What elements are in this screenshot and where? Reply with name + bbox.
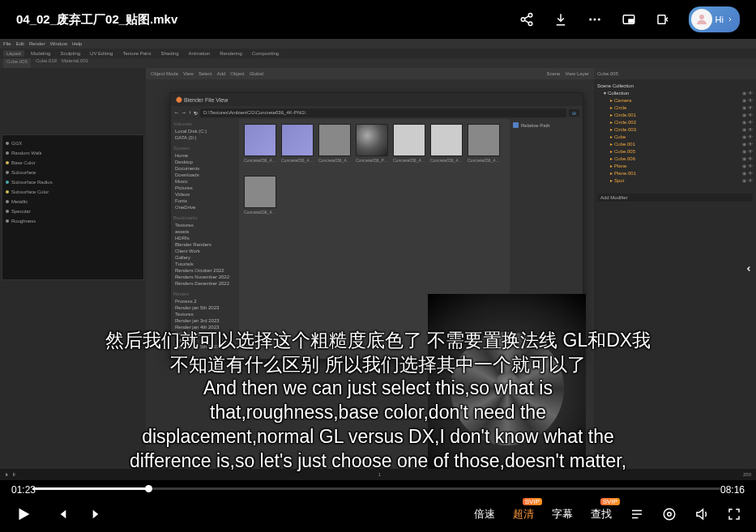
- pip-icon[interactable]: [621, 11, 637, 28]
- playlist-icon[interactable]: [630, 507, 644, 521]
- volume-icon[interactable]: [694, 507, 709, 521]
- svg-point-0: [528, 14, 532, 18]
- total-time: 08:16: [720, 484, 745, 496]
- user-avatar-badge[interactable]: Hi: [689, 6, 740, 32]
- svg-rect-7: [629, 19, 633, 23]
- chevron-right-icon: [727, 16, 733, 23]
- thumb-item: Concrete036_4K_...: [281, 124, 314, 163]
- play-button[interactable]: [15, 505, 32, 523]
- subtitles: 然后我们就可以选择这个粗糙度底色了 不需要置换法线 GL和DX我 不知道有什么区…: [0, 329, 756, 474]
- speed-button[interactable]: 倍速: [474, 507, 495, 521]
- subtitle-button[interactable]: 字幕: [552, 507, 573, 521]
- thumb-item: Concrete036_4K_D...: [244, 176, 276, 215]
- thumb-item: Concrete036_4K_N...: [244, 124, 276, 163]
- blender-workspace-tabs: LayoutModelingSculptingUV EditingTexture…: [0, 49, 756, 58]
- download-icon[interactable]: [553, 11, 569, 28]
- progress-bar[interactable]: [32, 487, 720, 490]
- fb-toolbar: ←→↑↻ D:\Textures\AmbientCG\Concrete036_4…: [171, 106, 583, 119]
- fb-title: ⬤ Blender File View: [171, 93, 583, 106]
- chevron-left-icon: [745, 265, 753, 273]
- prev-button[interactable]: [55, 508, 68, 521]
- shader-node: GGX Random Walk Base Color Subsurface Su…: [2, 134, 144, 280]
- thumb-item: Concrete036_4K_...: [318, 124, 351, 163]
- side-panel-toggle[interactable]: [741, 251, 756, 287]
- fullscreen-icon[interactable]: [727, 507, 741, 521]
- fb-sidebar: Volumes Local Disk (C:) DATA (D:) System…: [171, 119, 239, 359]
- thumb-item: Concrete036_PREV...: [356, 124, 388, 163]
- svg-point-1: [521, 18, 525, 22]
- svg-point-11: [664, 509, 675, 520]
- next-button[interactable]: [91, 508, 104, 521]
- quality-button[interactable]: 超清SVIP: [513, 507, 534, 521]
- viewport-header: Object ModeViewSelectAddObjectGlobal Sce…: [146, 68, 594, 79]
- video-content[interactable]: FileEditRenderWindowHelp LayoutModelingS…: [0, 39, 756, 480]
- blender-menubar: FileEditRenderWindowHelp: [0, 39, 756, 49]
- svg-rect-8: [658, 15, 665, 24]
- avatar-icon: [691, 9, 712, 30]
- svg-point-9: [699, 15, 704, 19]
- share-icon[interactable]: [519, 11, 535, 28]
- search-button[interactable]: 查找SVIP: [591, 507, 612, 521]
- thumb-item: Concrete036_4K_...: [468, 124, 500, 163]
- outliner: Scene Collection ▾ Collection◉ 👁 ▸ Camer…: [594, 79, 756, 187]
- svg-point-10: [668, 513, 672, 517]
- current-time: 01:23: [11, 484, 36, 496]
- svg-point-2: [528, 22, 532, 26]
- collapse-icon[interactable]: [655, 11, 671, 28]
- settings-icon[interactable]: [662, 507, 677, 521]
- more-icon[interactable]: [587, 11, 603, 28]
- svg-point-3: [589, 19, 592, 21]
- hi-label: Hi: [715, 15, 724, 24]
- svg-point-4: [593, 19, 596, 21]
- video-title: 04_02_废弃工厂02_贴图.mkv: [16, 12, 177, 28]
- thumb-item: Concrete036_4K_P...: [430, 124, 463, 163]
- blender-subheader: Cube.005 Cube.019 Material.001: [0, 58, 756, 68]
- svg-point-5: [597, 19, 600, 21]
- thumb-item: Concrete036_4K_...: [393, 124, 425, 163]
